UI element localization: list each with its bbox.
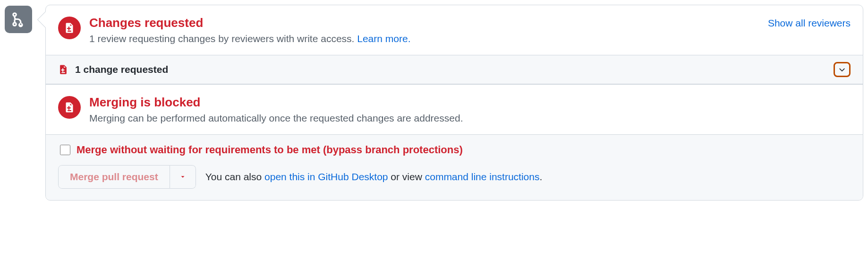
status-circle <box>58 17 81 39</box>
learn-more-link[interactable]: Learn more. <box>357 33 410 44</box>
bypass-label[interactable]: Merge without waiting for requirements t… <box>77 144 463 156</box>
bypass-checkbox[interactable] <box>60 145 70 155</box>
merge-pull-request-button[interactable]: Merge pull request <box>58 165 170 189</box>
merge-options-dropdown-button[interactable] <box>170 165 196 189</box>
merging-blocked-title: Merging is blocked <box>89 95 851 110</box>
hint-suffix: . <box>539 171 542 182</box>
show-all-reviewers-link[interactable]: Show all reviewers <box>768 18 851 29</box>
git-merge-icon <box>10 11 26 27</box>
open-github-desktop-link[interactable]: open this in GitHub Desktop <box>264 171 388 182</box>
review-count-text: 1 review requesting changes by reviewers… <box>89 33 357 44</box>
command-line-instructions-link[interactable]: command line instructions <box>425 171 540 182</box>
merging-blocked-section: Merging is blocked Merging can be perfor… <box>46 85 863 134</box>
merge-button-group: Merge pull request <box>58 165 196 189</box>
status-circle <box>58 96 81 119</box>
file-diff-icon <box>64 102 75 113</box>
expand-reviews-button[interactable] <box>834 62 851 77</box>
merge-hint-text: You can also open this in GitHub Desktop… <box>205 171 543 183</box>
chevron-down-icon <box>838 65 846 74</box>
hint-prefix: You can also <box>205 171 264 182</box>
changes-requested-section: Changes requested 1 review requesting ch… <box>46 5 863 55</box>
timeline-merge-badge <box>5 6 32 33</box>
hint-middle: or view <box>388 171 425 182</box>
merge-footer: Merge without waiting for requirements t… <box>46 135 863 200</box>
file-diff-icon <box>64 22 75 34</box>
caret-down-icon <box>179 174 186 180</box>
merge-status-box: Changes requested 1 review requesting ch… <box>45 5 863 201</box>
change-requested-count: 1 change requested <box>75 64 168 75</box>
changes-requested-subtitle: 1 review requesting changes by reviewers… <box>89 33 758 44</box>
review-summary-row: 1 change requested <box>46 55 863 85</box>
file-diff-icon <box>58 64 68 75</box>
changes-requested-title: Changes requested <box>89 16 758 30</box>
merging-blocked-subtitle: Merging can be performed automatically o… <box>89 113 851 124</box>
bypass-row: Merge without waiting for requirements t… <box>58 143 851 157</box>
